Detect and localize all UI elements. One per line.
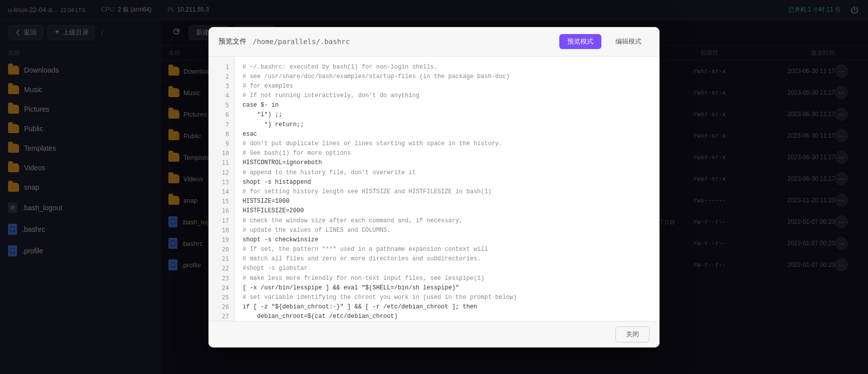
- line-number: 26: [208, 302, 234, 312]
- modal-footer: 关闭: [208, 321, 660, 347]
- code-line: # match all files and zero or more direc…: [243, 254, 652, 264]
- line-number: 25: [208, 293, 234, 302]
- edit-mode-button[interactable]: 编辑模式: [607, 34, 649, 49]
- code-line: [ -x /usr/bin/lesspipe ] && eval "$(SHEL…: [243, 283, 652, 293]
- code-line: HISTFILESIZE=2000: [243, 206, 652, 216]
- line-number: 10: [208, 149, 234, 158]
- modal-preview-label: 预览文件: [219, 37, 247, 46]
- code-line: HISTSIZE=1000: [243, 197, 652, 206]
- line-number: 5: [208, 101, 234, 110]
- line-number: 4: [208, 91, 234, 101]
- code-line: # update the values of LINES and COLUMNS…: [243, 226, 652, 235]
- line-number: 18: [208, 226, 234, 235]
- line-number: 16: [208, 206, 234, 216]
- code-line: #shopt -s globstar: [243, 264, 652, 273]
- code-line: # ~/.bashrc: executed by bash(1) for non…: [243, 63, 652, 72]
- code-line: esac: [243, 130, 652, 139]
- code-line: shopt -s histappend: [243, 178, 652, 187]
- code-line: HISTCONTROL=ignoreboth: [243, 158, 652, 168]
- code-line: # If not running interactively, don't do…: [243, 91, 652, 101]
- line-number: 22: [208, 264, 234, 273]
- code-content: # ~/.bashrc: executed by bash(1) for non…: [235, 57, 660, 321]
- modal-file-path: /home/parallels/.bashrc: [253, 38, 350, 46]
- code-line: case $- in: [243, 101, 652, 110]
- line-number: 3: [208, 82, 234, 91]
- code-line: debian_chroot=$(cat /etc/debian_chroot): [243, 312, 652, 320]
- line-number: 8: [208, 130, 234, 139]
- preview-modal: 预览文件 /home/parallels/.bashrc 预览模式 编辑模式 1…: [208, 27, 660, 347]
- line-number: 20: [208, 245, 234, 254]
- modal-overlay[interactable]: 预览文件 /home/parallels/.bashrc 预览模式 编辑模式 1…: [0, 0, 868, 374]
- line-number: 6: [208, 110, 234, 120]
- line-number: 9: [208, 139, 234, 149]
- line-number: 2: [208, 72, 234, 82]
- modal-header: 预览文件 /home/parallels/.bashrc 预览模式 编辑模式: [208, 27, 660, 57]
- code-line: # for examples: [243, 82, 652, 91]
- preview-mode-button[interactable]: 预览模式: [559, 34, 601, 49]
- close-button[interactable]: 关闭: [615, 326, 649, 342]
- code-line: *i*) ;;: [243, 110, 652, 120]
- line-number: 13: [208, 178, 234, 187]
- code-line: # If set, the pattern "**" used in a pat…: [243, 245, 652, 254]
- code-line: # See bash(1) for more options: [243, 149, 652, 158]
- code-line: # for setting history length see HISTSIZ…: [243, 187, 652, 197]
- code-line: # set variable identifying the chroot yo…: [243, 293, 652, 302]
- code-line: *) return;;: [243, 120, 652, 130]
- code-line: if [ -z "${debian_chroot:-}" ] && [ -r /…: [243, 302, 652, 312]
- code-line: shopt -s checkwinsize: [243, 235, 652, 245]
- line-numbers: 1234567891011121314151617181920212223242…: [208, 57, 235, 321]
- code-line: # don't put duplicate lines or lines sta…: [243, 139, 652, 149]
- line-number: 12: [208, 168, 234, 178]
- line-number: 27: [208, 312, 234, 320]
- code-line: # append to the history file, don't over…: [243, 168, 652, 178]
- modal-content: 1234567891011121314151617181920212223242…: [208, 57, 660, 321]
- code-line: # make less more friendly for non-text i…: [243, 274, 652, 283]
- line-number: 17: [208, 216, 234, 226]
- code-line: # see /usr/share/doc/bash/examples/start…: [243, 72, 652, 82]
- line-number: 21: [208, 254, 234, 264]
- line-number: 7: [208, 120, 234, 130]
- line-number: 11: [208, 158, 234, 168]
- line-number: 23: [208, 274, 234, 283]
- line-number: 19: [208, 235, 234, 245]
- line-number: 15: [208, 197, 234, 206]
- code-line: # check the window size after each comma…: [243, 216, 652, 226]
- line-number: 1: [208, 63, 234, 72]
- line-number: 14: [208, 187, 234, 197]
- line-number: 24: [208, 283, 234, 293]
